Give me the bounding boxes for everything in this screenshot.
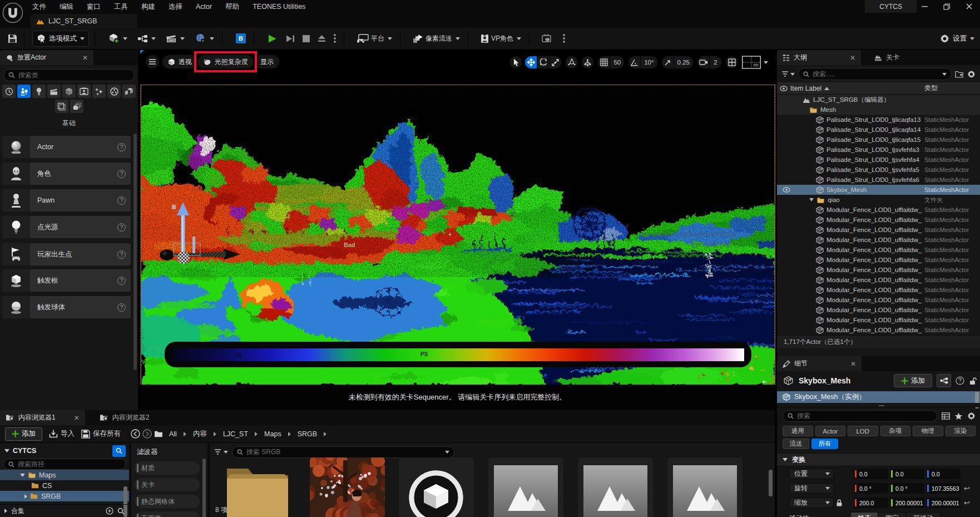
menu-help[interactable]: 帮助: [219, 0, 246, 14]
rotation-snap-toggle[interactable]: [628, 56, 640, 68]
help-icon[interactable]: [956, 376, 964, 385]
outliner-row[interactable]: Modular_Fence_LOD0_ufflaitdw_ StaticMesh…: [777, 285, 980, 295]
search-collections-icon[interactable]: [117, 508, 125, 515]
components-splitter[interactable]: [777, 403, 980, 407]
collections-row[interactable]: 合集: [0, 504, 129, 517]
asset-texture-tile-3[interactable]: [667, 457, 743, 517]
cb-path-folder-icon[interactable]: [153, 430, 165, 438]
rotation-z-field[interactable]: 107.35563: [926, 483, 961, 494]
chip-misc[interactable]: 杂项: [880, 426, 911, 436]
plugin-b-button[interactable]: B: [232, 31, 249, 46]
category-media[interactable]: [107, 85, 121, 98]
platforms-dropdown[interactable]: 平台: [353, 32, 395, 46]
scale-snap-value[interactable]: 0.25: [674, 56, 693, 68]
vp-role-dropdown[interactable]: VP角色: [477, 32, 524, 46]
move-tool[interactable]: [525, 56, 537, 68]
close-icon[interactable]: ✕: [82, 54, 88, 62]
location-y-field[interactable]: 0.0: [890, 469, 924, 479]
place-item-actor[interactable]: Actor ?: [2, 136, 131, 158]
filter-material[interactable]: 材质: [135, 461, 200, 475]
category-lights[interactable]: [32, 85, 46, 98]
mobility-movable[interactable]: 可移动: [906, 512, 941, 517]
transform-section-header[interactable]: 变换: [777, 453, 980, 466]
category-cinematic[interactable]: [47, 85, 61, 98]
rotation-dropdown[interactable]: 旋转: [789, 483, 834, 494]
outliner-row[interactable]: Skybox_Mesh StaticMeshActor: [777, 185, 980, 195]
search-options-chevron[interactable]: [445, 451, 449, 454]
filter-static-mesh[interactable]: 静态网格体: [135, 495, 200, 508]
grid-snap-toggle[interactable]: [598, 56, 610, 68]
chip-streaming[interactable]: 流送: [783, 439, 809, 449]
place-item-trigger-sphere[interactable]: 触发球体 ?: [2, 296, 131, 318]
favorites-star-icon[interactable]: [954, 412, 963, 420]
asset-texture-tile-1[interactable]: [488, 457, 563, 517]
show-flags-dropdown[interactable]: 显示: [255, 55, 279, 68]
level-viewport[interactable]: 透视 光照复杂度 显示 50 10° 0.25 2 Bad MaxShaderC…: [140, 50, 775, 410]
column-item-label[interactable]: Item Label: [790, 85, 924, 92]
help-icon[interactable]: ?: [117, 143, 126, 151]
filters-scrollbar[interactable]: [202, 459, 206, 517]
outliner-row[interactable]: Modular_Fence_LOD0_ufflaitdw_ StaticMesh…: [777, 245, 980, 255]
world-gizmo-toggle[interactable]: [566, 56, 577, 68]
menu-edit[interactable]: 编辑: [53, 0, 80, 14]
stop-button[interactable]: [299, 33, 313, 45]
camera-options-kebab[interactable]: [560, 32, 568, 45]
help-icon[interactable]: ?: [117, 277, 126, 285]
place-item-trigger-box[interactable]: 触发框 ?: [2, 269, 131, 292]
cb-import-button[interactable]: 导入: [48, 429, 76, 439]
category-recent[interactable]: [2, 85, 16, 98]
outliner-row[interactable]: Modular_Fence_LOD0_ufflaitdw_ StaticMesh…: [777, 215, 980, 225]
maximize-button[interactable]: [936, 0, 958, 13]
chip-general[interactable]: 通用: [783, 426, 813, 436]
column-type[interactable]: 类型: [924, 83, 980, 93]
search-options-chevron[interactable]: [942, 73, 947, 76]
assets-search-input[interactable]: 搜索 SRGB: [232, 446, 454, 458]
virtual-camera-button[interactable]: [538, 32, 557, 46]
camera-speed-value[interactable]: 2: [710, 56, 721, 68]
outliner-row[interactable]: Palisade_Strut_LOD0_tjlicaqfa13 StaticMe…: [777, 115, 980, 125]
scale-tool[interactable]: [550, 56, 561, 68]
close-icon[interactable]: ✕: [850, 360, 856, 368]
outliner-row[interactable]: Palisade_Strut_LOD0_tjsvfehfa5 StaticMes…: [777, 165, 980, 175]
blueprints-dropdown[interactable]: [134, 32, 159, 45]
outliner-row[interactable]: Palisade_Strut_LOD0_tjsvfehfa6 StaticMes…: [777, 175, 980, 185]
menu-teones-utilities[interactable]: TEONES Utilities: [246, 0, 312, 14]
outliner-row[interactable]: Palisade_Strut_LOD0_tjsvfehfa4 StaticMes…: [777, 155, 980, 165]
outliner-settings-button[interactable]: [967, 70, 976, 78]
asset-folder-tile[interactable]: [220, 457, 295, 517]
settings-dropdown[interactable]: 设置: [940, 34, 974, 43]
details-settings-icon[interactable]: [967, 412, 976, 420]
unlock-icon[interactable]: [969, 377, 977, 385]
folder-row-maps[interactable]: Maps: [0, 470, 129, 480]
folder-row-cs[interactable]: CS: [0, 480, 129, 491]
details-tab[interactable]: 细节 ✕: [777, 356, 862, 371]
viewport-scene[interactable]: Bad MaxShaderComplexityCount=2000 Extrem…: [141, 85, 775, 385]
outliner-row[interactable]: Mesh: [777, 105, 980, 115]
chip-rendering[interactable]: 渲染: [946, 426, 976, 436]
outliner-row[interactable]: Modular_Fence_LOD0_ufflaitdw_ StaticMesh…: [777, 205, 980, 215]
category-shapes[interactable]: [62, 85, 76, 98]
scale-snap-toggle[interactable]: [662, 56, 674, 68]
rotation-y-field[interactable]: 0.0 °: [890, 483, 924, 494]
play-options-kebab[interactable]: [330, 32, 339, 45]
location-dropdown[interactable]: 位置: [789, 469, 834, 479]
location-z-field[interactable]: 0.0: [926, 469, 961, 479]
play-button[interactable]: [264, 32, 280, 46]
display-options-icon[interactable]: [942, 412, 950, 420]
asset-level-tile[interactable]: [399, 457, 474, 517]
surface-snap-toggle[interactable]: [582, 56, 593, 68]
close-button[interactable]: [958, 0, 980, 13]
outliner-tab[interactable]: 大纲 ✕: [777, 50, 861, 65]
close-icon[interactable]: ✕: [850, 54, 855, 62]
chip-lod[interactable]: LOD: [848, 426, 878, 436]
cb-forward-button[interactable]: [141, 429, 153, 439]
help-icon[interactable]: ?: [117, 223, 126, 232]
sources-root-label[interactable]: CYTCS: [13, 447, 112, 455]
outliner-row[interactable]: Palisade_Strut_LOD0_tjsvfehfa3 StaticMes…: [777, 145, 980, 155]
eject-button[interactable]: [314, 32, 329, 45]
rotation-x-field[interactable]: 0.0 °: [854, 483, 888, 494]
menu-actor[interactable]: Actor: [189, 0, 219, 14]
add-actor-dropdown[interactable]: [105, 31, 131, 46]
scale-lock-icon[interactable]: [835, 499, 844, 506]
crumb-all[interactable]: All: [169, 430, 177, 438]
